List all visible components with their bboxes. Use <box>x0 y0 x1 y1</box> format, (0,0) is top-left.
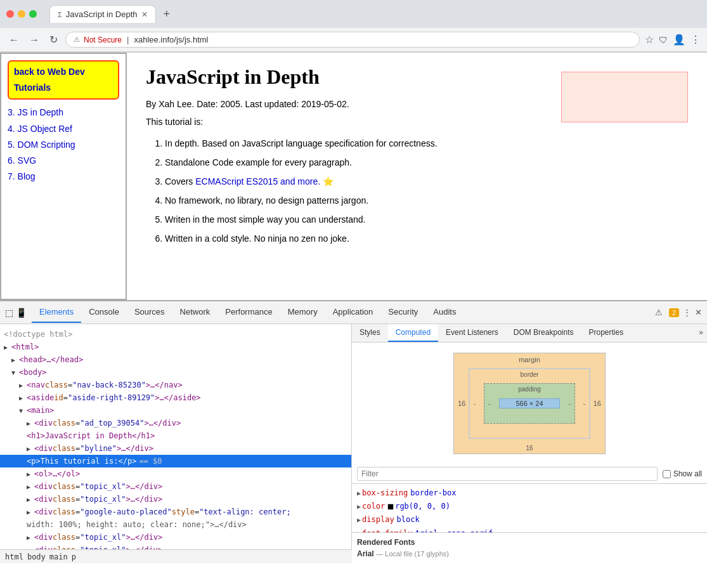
list-item-3: Covers ECMAScript ES2015 and more. ⭐ <box>165 173 688 190</box>
expand-arrow[interactable]: ▶ <box>27 469 33 479</box>
sidebar-item-svg[interactable]: 6. SVG <box>8 153 119 169</box>
browser-chrome: Σ JavaScript in Depth ✕ + ← → ↻ ⚠ Not Se… <box>0 0 707 53</box>
close-button[interactable] <box>6 10 14 18</box>
back-to-tutorials-button[interactable]: back to Web Dev Tutorials <box>8 60 119 100</box>
dom-line-google-auto[interactable]: ▶ <div class="google-auto-placed" style=… <box>0 506 351 518</box>
reload-button[interactable]: ↻ <box>47 32 60 47</box>
sidebar-item-js-object-ref[interactable]: 4. JS Object Ref <box>8 121 119 137</box>
dom-line-p-selected[interactable]: <p>This tutorial is:</p> == $0 <box>0 455 351 467</box>
dom-line-body[interactable]: ▼ <body> <box>0 366 351 379</box>
tab-event-listeners[interactable]: Event Listeners <box>438 324 506 342</box>
tab-properties[interactable]: Properties <box>581 324 631 342</box>
expand-arrow[interactable]: ▶ <box>11 355 18 365</box>
back-button[interactable]: ← <box>6 33 22 47</box>
sidebar-link-dom-scripting[interactable]: 5. DOM Scripting <box>8 137 119 153</box>
dom-line-doctype[interactable]: <!doctype html> <box>0 328 351 341</box>
tab-performance[interactable]: Performance <box>217 302 280 323</box>
account-icon[interactable]: 👤 <box>673 34 685 46</box>
sidebar-link-js-object-ref[interactable]: 4. JS Object Ref <box>8 121 119 137</box>
tab-elements[interactable]: Elements <box>32 302 81 323</box>
sidebar-item-js-in-depth[interactable]: 3. JS in Depth <box>8 105 119 121</box>
dom-line-aside[interactable]: ▶ <aside id="aside-right-89129">…</aside… <box>0 391 351 404</box>
device-toggle-icon[interactable]: 📱 <box>16 308 27 318</box>
toolbar-icons: ☆ 🛡 👤 ⋮ <box>645 34 701 46</box>
sidebar-item-blog[interactable]: 7. Blog <box>8 169 119 185</box>
close-devtools-icon[interactable]: ✕ <box>695 308 702 317</box>
breadcrumb-html[interactable]: html <box>5 552 23 561</box>
list-item-2: Standalone Code example for every paragr… <box>165 154 688 171</box>
breadcrumb-body[interactable]: body <box>27 552 46 561</box>
dom-line-topic4[interactable]: ▶ <div class="topic_xl">…</div> <box>0 544 351 549</box>
tab-sources[interactable]: Sources <box>127 302 172 323</box>
sidebar-link-js-depth[interactable]: 3. JS in Depth <box>8 105 119 121</box>
expand-arrow[interactable]: ▶ <box>27 419 33 428</box>
maximize-button[interactable] <box>29 10 37 18</box>
expand-arrow[interactable]: ▶ <box>27 495 33 504</box>
element-picker-icon[interactable]: ⬚ <box>5 308 13 318</box>
css-row-font-family[interactable]: ▶ font-family Arial, sans-serif <box>352 527 707 532</box>
sidebar-item-dom-scripting[interactable]: 5. DOM Scripting <box>8 137 119 153</box>
menu-icon[interactable]: ⋮ <box>691 34 701 46</box>
dom-line-ad-div[interactable]: ▶ <div class="ad_top_39054">…</div> <box>0 417 351 429</box>
tab-bar: Σ JavaScript in Depth ✕ + <box>49 5 701 23</box>
breadcrumb-main[interactable]: main <box>49 552 68 561</box>
expand-arrow[interactable]: ▶ <box>19 393 25 403</box>
active-tab[interactable]: Σ JavaScript in Depth ✕ <box>49 5 156 23</box>
ecma-link[interactable]: ECMAScript ES2015 and more. <box>195 176 320 186</box>
expand-arrow[interactable]: ▶ <box>27 533 33 542</box>
new-tab-button[interactable]: + <box>159 8 176 21</box>
not-secure-label: Not Secure <box>84 36 122 44</box>
more-tabs-icon[interactable]: » <box>695 324 707 342</box>
expand-icon[interactable]: ▶ <box>357 488 361 499</box>
tab-memory[interactable]: Memory <box>280 302 325 323</box>
dollar-ref: == $0 <box>139 455 162 467</box>
tab-console[interactable]: Console <box>81 302 127 323</box>
css-row-box-sizing[interactable]: ▶ box-sizing border-box <box>352 487 707 500</box>
expand-icon[interactable]: ▶ <box>357 502 361 512</box>
more-options-icon[interactable]: ⋮ <box>683 308 691 317</box>
css-row-color[interactable]: ▶ color rgb(0, 0, 0) <box>352 500 707 513</box>
expand-arrow[interactable]: ▶ <box>27 444 33 454</box>
tab-audits[interactable]: Audits <box>425 302 464 323</box>
expand-arrow[interactable]: ▶ <box>19 381 25 390</box>
expand-arrow[interactable]: ▼ <box>11 368 18 377</box>
list-item-5: Writen in the most simple way you can un… <box>165 211 688 228</box>
tab-close-button[interactable]: ✕ <box>141 10 148 19</box>
tab-security[interactable]: Security <box>380 302 425 323</box>
show-all-checkbox[interactable] <box>663 470 671 478</box>
expand-arrow[interactable]: ▶ <box>27 482 33 492</box>
dom-line-byline[interactable]: ▶ <div class="byline">…</div> <box>0 442 351 455</box>
css-row-display[interactable]: ▶ display block <box>352 513 707 526</box>
styles-panel: Styles Computed Event Listeners DOM Brea… <box>352 324 707 563</box>
tab-dom-breakpoints[interactable]: DOM Breakpoints <box>506 324 581 342</box>
tab-application[interactable]: Application <box>325 302 381 323</box>
expand-arrow[interactable]: ▶ <box>4 343 10 352</box>
address-input[interactable]: ⚠ Not Secure | xahlee.info/js/js.html <box>65 32 640 48</box>
tab-styles[interactable]: Styles <box>352 324 388 342</box>
dom-line-topic2[interactable]: ▶ <div class="topic_xl">…</div> <box>0 493 351 506</box>
dom-line-ol[interactable]: ▶ <ol>…</ol> <box>0 467 351 480</box>
dom-line-h1[interactable]: <h1>JavaScript in Depth</h1> <box>0 429 351 442</box>
content-list: In depth. Based on JavaScript language s… <box>165 134 688 247</box>
sidebar-link-svg[interactable]: 6. SVG <box>8 153 119 169</box>
tab-computed[interactable]: Computed <box>388 324 438 342</box>
breadcrumb-p[interactable]: p <box>72 552 76 561</box>
minimize-button[interactable] <box>18 10 25 18</box>
filter-input[interactable] <box>357 467 658 481</box>
dom-line-main[interactable]: ▼ <main> <box>0 404 351 417</box>
font-name: Arial <box>357 549 374 558</box>
tab-network[interactable]: Network <box>172 302 218 323</box>
expand-icon[interactable]: ▶ <box>357 515 361 525</box>
star-icon[interactable]: ☆ <box>645 34 654 46</box>
dom-line-topic3[interactable]: ▶ <div class="topic_xl">…</div> <box>0 531 351 544</box>
expand-arrow[interactable]: ▼ <box>19 406 25 415</box>
dom-line-head[interactable]: ▶ <head>…</head> <box>0 353 351 366</box>
sidebar-link-blog[interactable]: 7. Blog <box>8 169 119 185</box>
not-secure-icon: ⚠ <box>74 36 80 44</box>
forward-button[interactable]: → <box>27 33 42 47</box>
expand-arrow[interactable]: ▶ <box>27 507 33 517</box>
dom-line-html[interactable]: ▶ <html> <box>0 341 351 353</box>
dom-line-topic1[interactable]: ▶ <div class="topic_xl">…</div> <box>0 480 351 493</box>
dom-line-nav[interactable]: ▶ <nav class="nav-back-85230">…</nav> <box>0 379 351 391</box>
shield-icon: 🛡 <box>659 35 668 45</box>
